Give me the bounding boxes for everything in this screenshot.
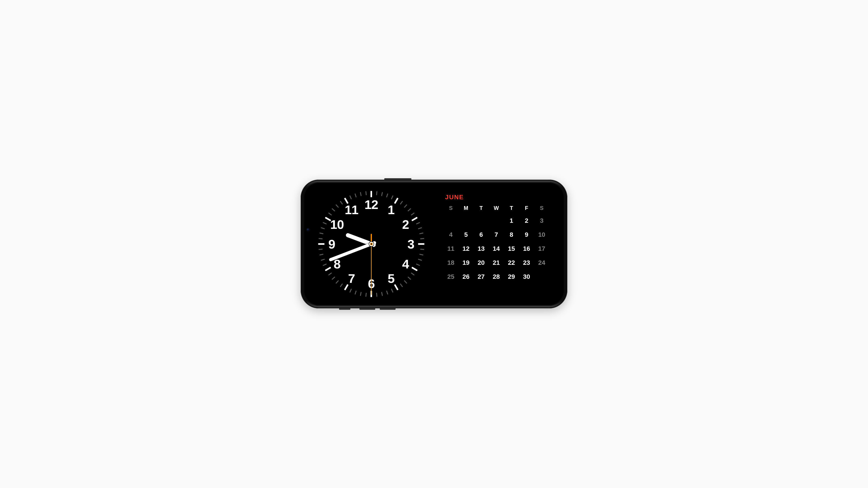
calendar-day-of-week: M — [459, 205, 473, 211]
calendar-day[interactable]: 3 — [535, 216, 549, 225]
calendar-day-of-week: T — [474, 205, 488, 211]
calendar-day[interactable]: 12 — [459, 244, 473, 253]
calendar-day[interactable]: 23 — [520, 258, 534, 267]
clock-second-hand — [371, 244, 372, 295]
calendar-day[interactable]: 1 — [504, 216, 519, 225]
clock-center-hub — [369, 242, 374, 246]
standby-screen[interactable]: 121234567891011 JUNE SMTWTFS123456789101… — [303, 182, 565, 306]
calendar-day[interactable]: 30 — [520, 272, 534, 281]
volume-up-button[interactable] — [360, 308, 375, 310]
calendar-day-of-week: W — [489, 205, 503, 211]
analog-clock-face: 121234567891011 — [318, 191, 425, 297]
calendar-day[interactable]: 11 — [444, 244, 458, 253]
calendar-day[interactable]: 6 — [474, 230, 488, 239]
calendar-day-today[interactable]: 5 — [459, 230, 473, 239]
calendar-day[interactable]: 28 — [489, 272, 503, 281]
calendar-day[interactable]: 17 — [535, 244, 549, 253]
calendar-day[interactable]: 4 — [444, 230, 458, 239]
calendar-day[interactable]: 19 — [459, 258, 473, 267]
calendar-day-of-week: S — [535, 205, 549, 211]
calendar-day[interactable]: 18 — [444, 258, 458, 267]
power-button[interactable] — [384, 178, 411, 180]
calendar-day[interactable]: 27 — [474, 272, 488, 281]
calendar-day[interactable]: 13 — [474, 244, 488, 253]
calendar-day[interactable]: 20 — [474, 258, 488, 267]
calendar-month-label: JUNE — [445, 194, 549, 201]
calendar-day[interactable]: 9 — [520, 230, 534, 239]
calendar-day-of-week: S — [444, 205, 458, 211]
calendar-day[interactable]: 14 — [489, 244, 503, 253]
calendar-day[interactable]: 15 — [504, 244, 519, 253]
calendar-day[interactable]: 29 — [504, 272, 519, 281]
calendar-day-of-week: F — [520, 205, 534, 211]
calendar-day[interactable]: 2 — [520, 216, 534, 225]
calendar-day[interactable]: 16 — [520, 244, 534, 253]
calendar-day[interactable]: 26 — [459, 272, 473, 281]
calendar-day[interactable]: 25 — [444, 272, 458, 281]
clock-widget[interactable]: 121234567891011 — [303, 182, 439, 306]
calendar-widget[interactable]: JUNE SMTWTFS1234567891011121314151617181… — [439, 182, 565, 306]
calendar-day[interactable]: 10 — [535, 230, 549, 239]
iphone-device-frame: 121234567891011 JUNE SMTWTFS123456789101… — [301, 180, 567, 308]
calendar-day[interactable]: 21 — [489, 258, 503, 267]
calendar-day-of-week: T — [504, 205, 519, 211]
calendar-day[interactable]: 7 — [489, 230, 503, 239]
clock-minute-hand — [329, 242, 372, 262]
volume-down-button[interactable] — [380, 308, 396, 310]
calendar-grid: SMTWTFS123456789101112131415161718192021… — [444, 205, 549, 281]
action-button[interactable] — [339, 308, 350, 310]
calendar-day[interactable]: 8 — [504, 230, 519, 239]
calendar-day[interactable]: 22 — [504, 258, 519, 267]
calendar-day[interactable]: 24 — [535, 258, 549, 267]
